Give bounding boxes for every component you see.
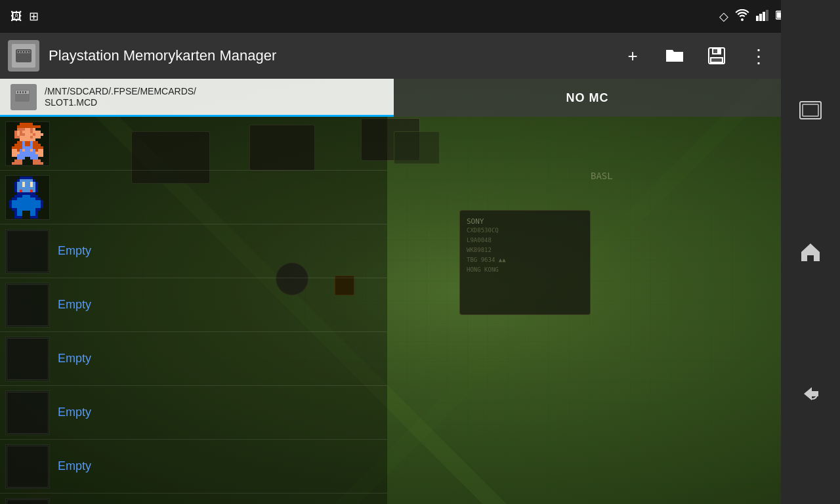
app-bar-actions: + ⋮ — [618, 41, 773, 70]
chip-label-ba: BASL — [591, 171, 613, 181]
svg-rect-25 — [22, 91, 24, 93]
chip-medium — [394, 131, 440, 164]
status-bar: 🖼 ⊞ ◇ 00:07 — [0, 0, 840, 33]
chip-sony-large: SONY CXD8530CQ L9A0048 WK89812 TBG 9634 … — [459, 210, 591, 315]
grid-icon: ⊞ — [29, 9, 39, 24]
svg-rect-10 — [20, 51, 22, 52]
empty-thumb-7 — [7, 446, 49, 488]
folder-button[interactable] — [660, 41, 689, 70]
main-content: SONY CXD8530CQ L9A0048 WK89812 TBG 9634 … — [0, 79, 781, 504]
svg-rect-12 — [26, 51, 27, 52]
file-path: /MNT/SDCARD/.FPSE/MEMCARDS/ SLOT1.MCD — [45, 86, 196, 108]
content-header: /MNT/SDCARD/.FPSE/MEMCARDS/ SLOT1.MCD NO… — [0, 79, 781, 117]
slot-item-5[interactable]: Empty — [0, 332, 387, 386]
header-right-panel: NO MC — [394, 79, 781, 117]
home-button[interactable] — [791, 232, 830, 272]
svg-rect-11 — [23, 51, 24, 52]
svg-rect-13 — [28, 51, 30, 52]
slot-label-5: Empty — [58, 352, 91, 366]
slot-label-6: Empty — [58, 406, 91, 419]
slot-label-7: Empty — [58, 459, 91, 473]
slot-thumb-7 — [5, 444, 50, 489]
slot-thumb-1 — [5, 121, 50, 166]
slot-thumb-3 — [5, 229, 50, 274]
slot-label-3: Empty — [58, 244, 91, 258]
slot-thumb-4 — [5, 283, 50, 327]
empty-thumb-5 — [7, 338, 49, 380]
slot-thumb-6 — [5, 390, 50, 435]
slot-item-6[interactable]: Empty — [0, 386, 387, 440]
slot-thumb-2 — [5, 175, 50, 220]
app-bar: Playstation Memorykarten Manager + ⋮ — [0, 33, 781, 79]
slot-item-4[interactable]: Empty — [0, 278, 387, 332]
header-left-panel[interactable]: /MNT/SDCARD/.FPSE/MEMCARDS/ SLOT1.MCD — [0, 79, 394, 117]
back-button[interactable] — [791, 374, 830, 413]
svg-rect-9 — [18, 51, 19, 52]
svg-rect-18 — [711, 58, 722, 62]
slot-thumb-8 — [5, 498, 50, 505]
slot-item-3[interactable]: Empty — [0, 224, 387, 278]
app-icon — [8, 40, 39, 72]
status-left-icons: 🖼 ⊞ — [10, 9, 39, 24]
slot-thumb-5 — [5, 337, 50, 381]
svg-rect-23 — [17, 91, 18, 93]
recent-apps-button[interactable] — [791, 91, 830, 130]
more-button[interactable]: ⋮ — [744, 41, 773, 70]
slot-item-1[interactable] — [0, 117, 387, 171]
no-mc-label: NO MC — [566, 91, 609, 105]
memory-card-icon — [12, 44, 35, 68]
slot-item-2[interactable] — [0, 171, 387, 224]
memory-card-small-icon — [10, 84, 37, 110]
empty-thumb-4 — [7, 284, 49, 326]
add-button[interactable]: + — [618, 41, 647, 70]
slot-label-4: Empty — [58, 298, 91, 312]
slot-item-7[interactable]: Empty — [0, 440, 387, 494]
nav-rail — [781, 0, 840, 504]
image-icon: 🖼 — [10, 10, 22, 24]
svg-rect-24 — [20, 91, 21, 93]
svg-rect-16 — [713, 49, 717, 53]
svg-rect-26 — [25, 91, 26, 93]
svg-rect-1 — [759, 14, 762, 21]
svg-rect-2 — [763, 12, 765, 21]
svg-rect-3 — [766, 10, 768, 21]
svg-rect-0 — [756, 16, 759, 21]
empty-thumb-8 — [7, 499, 49, 505]
slot-list[interactable]: Empty Empty Empty Empty — [0, 117, 387, 504]
wifi-icon — [735, 9, 749, 24]
svg-rect-20 — [803, 104, 818, 116]
app-title: Playstation Memorykarten Manager — [49, 47, 618, 64]
empty-thumb-6 — [7, 392, 49, 434]
sprite1-canvas — [7, 123, 49, 165]
slot-item-8[interactable]: Empty — [0, 494, 387, 504]
signal-icon — [756, 9, 769, 24]
save-button[interactable] — [702, 41, 731, 70]
empty-thumb-3 — [7, 230, 49, 272]
sprite2-canvas — [7, 177, 49, 219]
diamond-icon: ◇ — [719, 9, 728, 24]
